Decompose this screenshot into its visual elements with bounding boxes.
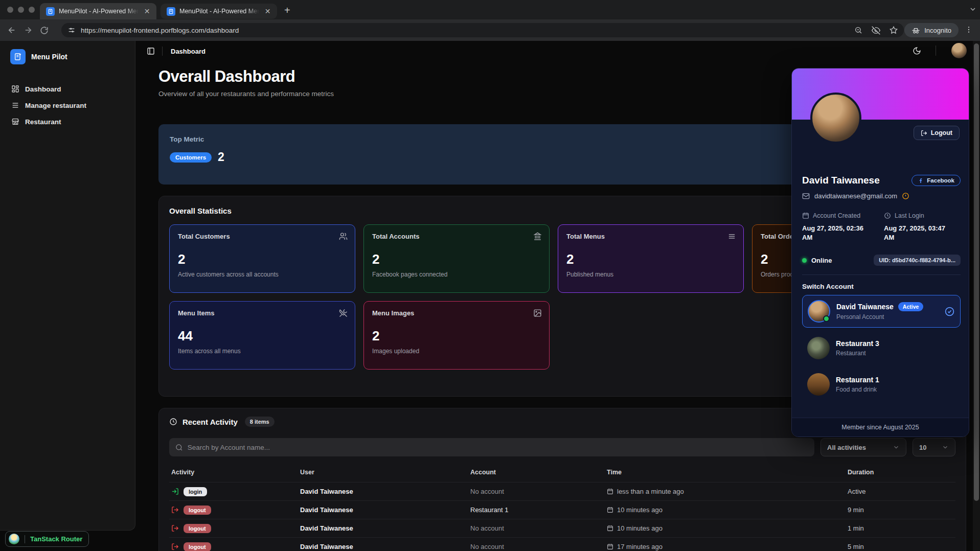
online-dot bbox=[823, 315, 830, 322]
table-row[interactable]: logout David Taiwanese Restaurant 1 10 m… bbox=[169, 501, 955, 519]
account-item-restaurant-3[interactable]: Restaurant 3 Restaurant bbox=[802, 332, 961, 364]
tab-search-icon[interactable] bbox=[969, 5, 977, 13]
calendar-icon bbox=[802, 212, 809, 219]
sidebar-item-restaurant[interactable]: Restaurant bbox=[0, 113, 135, 130]
table-row[interactable]: login David Taiwanese No account less th… bbox=[169, 483, 955, 501]
calendar-icon bbox=[607, 507, 613, 513]
table-row[interactable]: logout David Taiwanese No account 17 min… bbox=[169, 538, 955, 551]
clock-icon bbox=[884, 212, 891, 219]
calendar-icon bbox=[607, 488, 613, 495]
account-subtitle: Food and drink bbox=[836, 386, 879, 393]
dark-mode-toggle[interactable] bbox=[913, 47, 921, 55]
clock-icon bbox=[169, 418, 177, 426]
browser-tab-active[interactable]: MenuPilot - AI-Powered Menu ✕ bbox=[40, 3, 156, 19]
sidebar-toggle-icon[interactable] bbox=[147, 47, 155, 55]
site-settings-icon[interactable] bbox=[67, 26, 76, 34]
bookmark-star-icon[interactable] bbox=[890, 26, 898, 34]
breadcrumb[interactable]: Dashboard bbox=[171, 48, 206, 55]
utensils-icon bbox=[339, 309, 348, 317]
scrollbar-thumb[interactable] bbox=[974, 43, 979, 501]
calendar-icon bbox=[607, 525, 613, 532]
reload-button[interactable] bbox=[40, 26, 49, 35]
cell-time: 10 minutes ago bbox=[617, 506, 663, 514]
uid-badge[interactable]: UID: d5bd740c-f882-4794-b... bbox=[874, 255, 961, 266]
sidebar-item-manage-restaurant[interactable]: Manage restaurant bbox=[0, 97, 135, 113]
activity-search[interactable] bbox=[169, 438, 814, 456]
stat-title: Menu Images bbox=[372, 309, 541, 317]
browser-menu-icon[interactable] bbox=[965, 26, 973, 34]
user-avatar[interactable] bbox=[951, 43, 967, 58]
account-avatar bbox=[808, 300, 830, 323]
cell-user: David Taiwanese bbox=[298, 501, 468, 519]
account-name: Restaurant 3 bbox=[836, 339, 879, 348]
top-metric-badge: Customers bbox=[170, 152, 212, 163]
forward-button[interactable] bbox=[24, 26, 33, 35]
account-item-active[interactable]: David TaiwaneseActive Personal Account bbox=[802, 295, 961, 328]
cell-account: No account bbox=[468, 483, 605, 501]
logout-button[interactable]: Logout bbox=[914, 126, 960, 140]
moon-icon bbox=[913, 47, 921, 55]
last-login-value: Aug 27, 2025, 03:47 AM bbox=[884, 224, 950, 242]
tanstack-router-devtools-badge[interactable]: TanStack Router bbox=[5, 531, 89, 547]
tab-close-icon[interactable]: ✕ bbox=[143, 7, 151, 16]
stat-card-total-accounts: Total Accounts 2 Facebook pages connecte… bbox=[363, 224, 550, 293]
browser-tab-inactive[interactable]: MenuPilot - AI-Powered Menu ✕ bbox=[161, 4, 277, 19]
col-user: User bbox=[298, 465, 468, 483]
activity-type-badge: logout bbox=[184, 542, 211, 551]
profile-avatar-image bbox=[810, 93, 861, 144]
stat-card-total-customers: Total Customers 2 Active customers acros… bbox=[169, 224, 355, 293]
stat-title: Total Menus bbox=[566, 233, 735, 240]
account-subtitle: Personal Account bbox=[836, 313, 923, 320]
login-icon bbox=[171, 488, 179, 495]
last-login-label: Last Login bbox=[895, 212, 924, 219]
scrollbar-track[interactable] bbox=[973, 41, 980, 551]
stat-caption: Images uploaded bbox=[372, 348, 541, 355]
stat-card-menu-items: Menu Items 44 Items across all menus bbox=[169, 301, 355, 370]
stat-caption: Items across all menus bbox=[178, 348, 347, 355]
member-since-footer: Member since August 2025 bbox=[792, 418, 969, 437]
online-dot bbox=[802, 258, 807, 263]
new-tab-button[interactable]: + bbox=[284, 5, 290, 15]
address-bar[interactable]: https://menupilot-frontend.porfblogs.com… bbox=[61, 23, 904, 37]
tab-title: MenuPilot - AI-Powered Menu bbox=[59, 8, 139, 15]
activity-filter-select[interactable]: All activities bbox=[821, 438, 906, 456]
image-icon bbox=[533, 309, 542, 317]
activity-heading: Recent Activity bbox=[183, 418, 238, 426]
profile-panel: Logout David Taiwanese Facebook davidtai… bbox=[791, 68, 969, 437]
stat-caption: Active customers across all accounts bbox=[178, 271, 347, 278]
account-name: David Taiwanese bbox=[836, 303, 894, 311]
table-row[interactable]: logout David Taiwanese No account 10 min… bbox=[169, 519, 955, 538]
online-status: Online bbox=[811, 257, 832, 264]
eye-off-icon[interactable] bbox=[872, 26, 880, 35]
facebook-icon bbox=[918, 177, 924, 183]
incognito-label: Incognito bbox=[924, 27, 951, 34]
window-controls[interactable] bbox=[7, 7, 35, 13]
page-subtitle: Overview of all your restaurants and per… bbox=[158, 90, 334, 98]
page-size-select[interactable]: 10 bbox=[913, 438, 955, 456]
activity-type-badge: login bbox=[184, 487, 207, 496]
logout-icon bbox=[171, 506, 179, 514]
browser-tabstrip: MenuPilot - AI-Powered Menu ✕ MenuPilot … bbox=[0, 0, 980, 19]
filter-value: All activities bbox=[827, 444, 866, 451]
sidebar-item-dashboard[interactable]: Dashboard bbox=[0, 81, 135, 97]
url-text[interactable]: https://menupilot-frontend.porfblogs.com… bbox=[81, 27, 854, 34]
activity-search-input[interactable] bbox=[188, 444, 808, 451]
brand-name: Menu Pilot bbox=[31, 53, 67, 61]
zoom-icon[interactable] bbox=[854, 26, 862, 34]
sidebar-item-label: Dashboard bbox=[25, 85, 61, 93]
activity-count-badge: 8 items bbox=[245, 417, 275, 427]
tab-close-icon[interactable]: ✕ bbox=[263, 7, 272, 16]
cell-duration: Active bbox=[846, 483, 955, 501]
stat-value: 2 bbox=[372, 251, 541, 267]
sidebar-item-label: Restaurant bbox=[25, 118, 61, 126]
activity-type-badge: logout bbox=[184, 524, 211, 533]
back-button[interactable] bbox=[7, 26, 16, 35]
logout-icon bbox=[921, 130, 927, 136]
brand: Menu Pilot bbox=[0, 41, 135, 70]
cell-account: No account bbox=[468, 538, 605, 551]
devtools-label: TanStack Router bbox=[30, 535, 82, 543]
users-icon bbox=[339, 232, 348, 241]
search-icon bbox=[175, 444, 183, 451]
provider-label: Facebook bbox=[927, 177, 954, 183]
account-item-restaurant-1[interactable]: Restaurant 1 Food and drink bbox=[802, 369, 961, 400]
